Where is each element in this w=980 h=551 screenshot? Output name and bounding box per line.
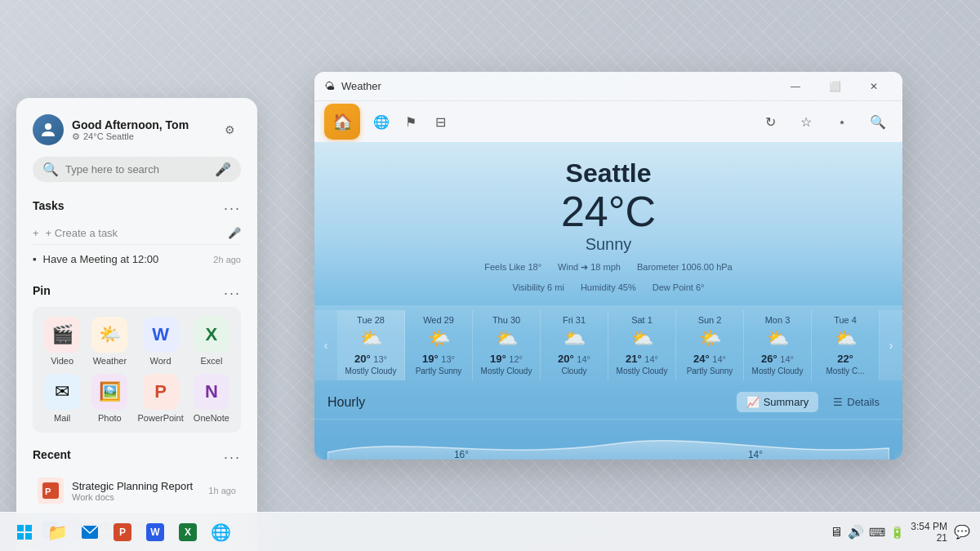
pin-item-photo[interactable]: 🖼️ Photo [90, 374, 129, 423]
file-explorer-button[interactable]: 📁 [42, 518, 72, 547]
mic-task-icon: 🎤 [228, 227, 241, 239]
scroll-right-button[interactable]: › [880, 310, 902, 380]
visibility-info: Visibility 6 mi [513, 282, 564, 292]
forecast-icon-0: ⛅ [341, 328, 401, 349]
forecast-day-0[interactable]: Tue 28 ⛅ 20° 13° Mostly Cloudy [337, 310, 405, 380]
window-title: Weather [341, 80, 381, 92]
tab-details[interactable]: ☰ Details [823, 392, 889, 412]
create-task-button[interactable]: + + Create a task 🎤 [33, 222, 241, 245]
condition-display: Sunny [314, 235, 902, 254]
pin-label-word: Word [150, 356, 172, 366]
forecast-day-2[interactable]: Thu 30 ⛅ 19° 12° Mostly Cloudy [473, 310, 541, 380]
start-button[interactable] [10, 518, 39, 547]
forecast-hi-1: 19° [422, 353, 439, 365]
edge-taskbar-button[interactable]: 🌐 [206, 518, 235, 547]
excel-taskbar-button[interactable]: X [173, 518, 203, 547]
pin-item-mail[interactable]: ✉ Mail [42, 374, 82, 423]
settings-button[interactable]: ⚙ [218, 118, 241, 141]
powerpoint-taskbar-button[interactable]: P [108, 518, 137, 547]
refresh-button[interactable]: ↻ [755, 107, 785, 136]
recent-item-0[interactable]: P Strategic Planning Report Work docs 1h… [33, 471, 241, 510]
weather-app-icon: 🌤 [324, 80, 335, 92]
plus-icon: + [33, 227, 39, 239]
forecast-icon-3: 🌥️ [544, 328, 604, 349]
home-button[interactable]: 🏠 [324, 104, 360, 140]
star-button[interactable]: ☆ [791, 107, 821, 136]
volume-icon[interactable]: 🔊 [848, 524, 864, 540]
svg-text:P: P [45, 487, 51, 496]
maximize-button[interactable]: ⬜ [816, 74, 853, 99]
hourly-chart: 16° 14° [314, 420, 902, 460]
user-info: Good Afternoon, Tom ⚙ 24°C Seattle [72, 118, 189, 142]
weather-details: Feels Like 18° Wind ➜ 18 mph Barometer 1… [314, 259, 902, 279]
hourly-tabs: 📈 Summary ☰ Details [737, 392, 889, 412]
network-icon[interactable]: ⌨ [869, 526, 885, 539]
sliders-button[interactable]: ⊟ [425, 107, 455, 136]
tasks-title: Tasks [33, 199, 65, 212]
task-item-left: ▪ Have a Meeting at 12:00 [33, 253, 158, 265]
weather-icon: 🌤️ [91, 317, 127, 353]
forecast-date-4: Sat 1 [612, 315, 672, 325]
humidity-info: Humidity 45% [581, 282, 636, 292]
search-input[interactable] [65, 163, 208, 176]
pin-item-onenote[interactable]: N OneNote [192, 374, 231, 423]
mail-taskbar-button[interactable] [75, 518, 105, 547]
forecast-lo-3: 14° [577, 354, 590, 364]
svg-rect-10 [25, 533, 32, 540]
pin-title: Pin [33, 284, 51, 297]
forecast-date-0: Tue 28 [341, 315, 401, 325]
search-bar[interactable]: 🔍 🎤 [33, 157, 241, 182]
forecast-day-3[interactable]: Fri 31 🌥️ 20° 14° Cloudy [541, 310, 608, 380]
forecast-day-4[interactable]: Sat 1 ⛅ 21° 14° Mostly Cloudy [608, 310, 676, 380]
forecast-icon-4: ⛅ [612, 328, 672, 349]
globe-button[interactable]: 🌐 [367, 107, 396, 136]
weather-main: Seattle 24°C Sunny Feels Like 18° Wind ➜… [314, 142, 902, 305]
forecast-desc-6: Mostly Cloudy [747, 367, 808, 375]
word-taskbar-button[interactable]: W [140, 518, 170, 547]
forecast-day-7[interactable]: Tue 4 ⛅ 22° Mostly C... [812, 310, 880, 380]
forecast-day-6[interactable]: Mon 3 ⛅ 26° 14° Mostly Cloudy [744, 310, 812, 380]
svg-point-0 [45, 123, 51, 130]
pin-item-powerpoint[interactable]: P PowerPoint [137, 374, 183, 423]
taskbar: 📁 P W X 🌐 🖥 🔊 ⌨ 🔋 [0, 512, 980, 551]
forecast-day-1[interactable]: Wed 29 🌤️ 19° 13° Partly Sunny [405, 310, 473, 380]
pin-item-video[interactable]: 🎬 Video [42, 317, 82, 366]
photo-icon: 🖼️ [91, 374, 127, 410]
keyboard-icon[interactable]: 🔋 [890, 526, 904, 539]
minimize-button[interactable]: — [777, 74, 814, 99]
tab-summary[interactable]: 📈 Summary [737, 392, 819, 412]
forecast-hi-2: 19° [490, 353, 506, 365]
recent-info-0: Strategic Planning Report Work docs [72, 480, 193, 502]
forecast-date-2: Thu 30 [476, 315, 537, 325]
greeting: Good Afternoon, Tom [72, 118, 189, 131]
pin-item-weather[interactable]: 🌤️ Weather [90, 317, 129, 366]
tasks-more-button[interactable]: ... [224, 197, 241, 214]
search-weather-button[interactable]: 🔍 [863, 107, 893, 136]
pin-item-word[interactable]: W Word [137, 317, 183, 366]
weather-window: 🌤 Weather — ⬜ ✕ 🏠 🌐 ⚑ ⊟ ↻ ☆ ⋆ 🔍 [314, 72, 902, 460]
notifications-icon[interactable]: 🖥 [830, 525, 843, 540]
recent-more-button[interactable]: ... [224, 446, 241, 463]
mic-icon[interactable]: 🎤 [215, 162, 231, 177]
toolbar-left: 🏠 🌐 ⚑ ⊟ [324, 104, 455, 140]
recent-time-0: 1h ago [208, 486, 236, 495]
pin-item-excel[interactable]: X Excel [192, 317, 231, 366]
clock[interactable]: 3:54 PM 21 [911, 521, 947, 544]
window-titlebar: 🌤 Weather — ⬜ ✕ [314, 72, 902, 101]
task-time: 2h ago [213, 255, 241, 264]
widget-user: Good Afternoon, Tom ⚙ 24°C Seattle [33, 114, 189, 145]
forecast-day-5[interactable]: Sun 2 🌤️ 24° 14° Partly Sunny [676, 310, 744, 380]
task-item[interactable]: ▪ Have a Meeting at 12:00 2h ago [33, 250, 241, 269]
flag-button[interactable]: ⚑ [396, 107, 425, 136]
close-button[interactable]: ✕ [855, 74, 893, 99]
temperature-display: 24°C [314, 189, 902, 235]
recent-header: Recent ... [33, 446, 241, 463]
forecast-hi-5: 24° [693, 353, 710, 365]
share-button[interactable]: ⋆ [827, 107, 857, 136]
forecast-icon-1: 🌤️ [408, 328, 469, 349]
pin-more-button[interactable]: ... [224, 282, 241, 299]
notification-center-icon[interactable]: 💬 [954, 524, 970, 540]
forecast-desc-4: Mostly Cloudy [612, 367, 672, 375]
recent-item-left-0: P Strategic Planning Report Work docs [38, 478, 193, 504]
scroll-left-button[interactable]: ‹ [314, 310, 337, 380]
